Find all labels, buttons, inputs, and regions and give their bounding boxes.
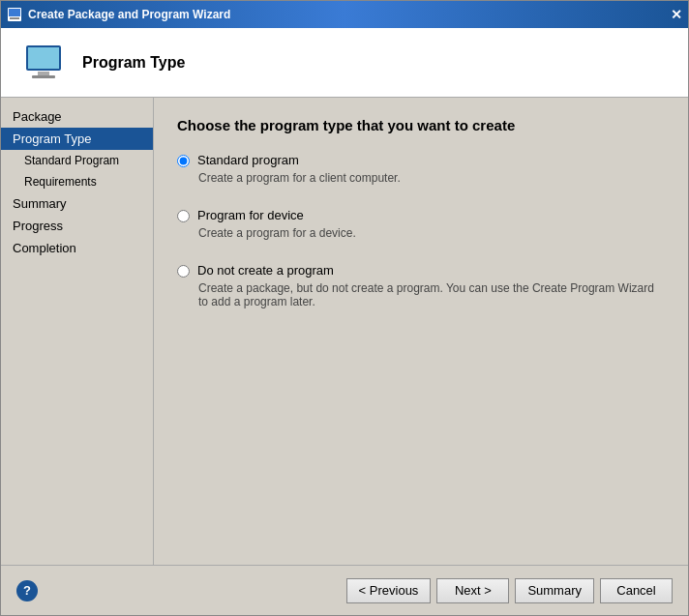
radio-option-standard: Standard program — [177, 153, 665, 167]
previous-button[interactable]: < Previous — [346, 578, 432, 603]
computer-icon — [20, 40, 67, 86]
radio-group-device: Program for device Create a program for … — [177, 208, 665, 240]
close-button[interactable]: ✕ — [671, 8, 682, 21]
main-content: Choose the program type that you want to… — [154, 98, 688, 565]
sidebar-item-summary[interactable]: Summary — [1, 192, 153, 215]
svg-rect-2 — [10, 17, 19, 19]
svg-rect-4 — [28, 47, 59, 69]
radio-option-device: Program for device — [177, 208, 665, 222]
radio-none-label[interactable]: Do not create a program — [197, 263, 334, 278]
radio-group-standard: Standard program Create a program for a … — [177, 153, 665, 185]
radio-none-description: Create a package, but do not create a pr… — [198, 281, 665, 308]
sidebar-item-package[interactable]: Package — [1, 105, 153, 128]
radio-option-none: Do not create a program — [177, 263, 665, 278]
footer: ? < Previous Next > Summary Cancel — [1, 565, 688, 615]
radio-standard-description: Create a program for a client computer. — [198, 171, 665, 185]
sidebar: Package Program Type Standard Program Re… — [1, 98, 154, 565]
radio-device-label[interactable]: Program for device — [197, 208, 304, 222]
footer-left: ? — [16, 580, 341, 601]
sidebar-item-completion[interactable]: Completion — [1, 237, 153, 259]
next-button[interactable]: Next > — [436, 578, 509, 603]
svg-rect-6 — [32, 75, 55, 78]
radio-standard-label[interactable]: Standard program — [197, 153, 299, 167]
window-title: Create Package and Program Wizard — [28, 8, 230, 21]
main-title: Choose the program type that you want to… — [177, 117, 665, 133]
svg-rect-1 — [9, 9, 20, 16]
wizard-window: Create Package and Program Wizard ✕ Prog… — [0, 0, 689, 616]
header-title: Program Type — [82, 54, 185, 72]
sidebar-item-program-type[interactable]: Program Type — [1, 128, 153, 150]
radio-standard[interactable] — [177, 155, 190, 167]
summary-button[interactable]: Summary — [515, 578, 594, 603]
radio-none[interactable] — [177, 265, 190, 278]
sidebar-item-requirements[interactable]: Requirements — [1, 171, 153, 192]
cancel-button[interactable]: Cancel — [600, 578, 673, 603]
title-bar-icon — [7, 7, 22, 22]
sidebar-item-standard-program[interactable]: Standard Program — [1, 150, 153, 171]
title-bar-text: Create Package and Program Wizard — [7, 7, 230, 22]
radio-device-description: Create a program for a device. — [198, 226, 665, 240]
radio-group-none: Do not create a program Create a package… — [177, 263, 665, 308]
title-bar: Create Package and Program Wizard ✕ — [1, 1, 688, 28]
sidebar-item-progress[interactable]: Progress — [1, 215, 153, 237]
header-panel: Program Type — [1, 28, 688, 98]
content-area: Package Program Type Standard Program Re… — [1, 98, 688, 565]
radio-device[interactable] — [177, 210, 190, 222]
help-button[interactable]: ? — [16, 580, 38, 601]
